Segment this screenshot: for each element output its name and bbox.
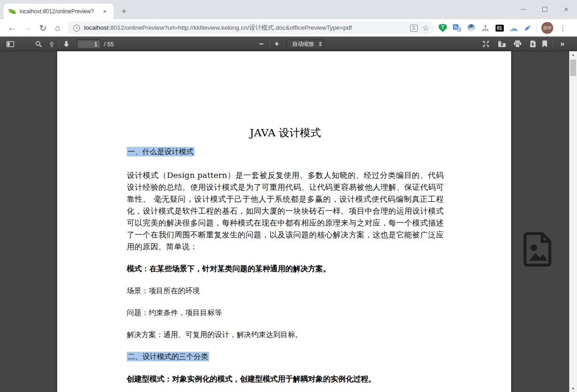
pdf-page: JAVA 设计模式 一、什么是设计模式 设计模式（Design pattern）… <box>57 51 511 392</box>
close-icon: × <box>564 5 569 13</box>
download-button[interactable] <box>526 37 539 51</box>
doc-heading-2: 二、设计模式的三个分类 <box>127 352 444 362</box>
profile-avatar[interactable]: 精华 <box>541 22 553 34</box>
doc-paragraph: 设计模式（Design pattern）是一套被反复使用、多数人知晓的、经过分类… <box>127 169 444 252</box>
new-tab-button[interactable]: + <box>118 5 130 17</box>
print-button[interactable] <box>511 37 524 51</box>
url-host: localhost <box>84 24 108 31</box>
page-number-input[interactable] <box>77 39 101 48</box>
close-button[interactable]: × <box>555 0 577 18</box>
browser-tab[interactable]: localhost:8012/onlinePreview? × <box>4 4 113 19</box>
spring-leaf-favicon <box>8 8 16 16</box>
fullscreen-icon <box>482 40 490 48</box>
extension-shield-button[interactable]: T <box>436 19 450 37</box>
translate-icon: G 文 <box>453 24 461 32</box>
arrow-up-icon <box>49 41 55 48</box>
vertical-scrollbar[interactable]: ▲ ▼ <box>569 51 577 392</box>
broken-image-icon <box>522 231 555 267</box>
doc-bold-line: 模式：在某些场景下，针对某类问题的某种通用的解决方案。 <box>127 264 444 274</box>
shield-icon: T <box>439 24 447 32</box>
scroll-down-arrow[interactable]: ▼ <box>569 385 577 392</box>
tab-title: localhost:8012/onlinePreview? <box>20 8 101 15</box>
browser-menu-button[interactable]: ⋮ <box>555 24 570 32</box>
extension-swirl-button[interactable] <box>464 19 478 37</box>
cloud-icon: ☁ <box>509 24 518 32</box>
reload-button[interactable]: ↻ <box>37 19 49 37</box>
extension-translate-button[interactable]: G 文 <box>450 19 464 37</box>
select-arrows-icon <box>317 42 322 46</box>
toolbar-divider <box>270 40 270 48</box>
search-button[interactable] <box>32 37 45 51</box>
bird-icon <box>524 24 532 32</box>
toolbar-divider <box>59 40 59 48</box>
open-folder-icon <box>498 41 506 47</box>
scrollbar-thumb[interactable] <box>570 59 576 76</box>
address-bar[interactable]: i localhost:8012/onlinePreview?url=http:… <box>68 21 434 34</box>
browser-toolbar: ← → ↻ ⌂ i localhost:8012/onlinePreview?u… <box>0 19 577 37</box>
home-button[interactable]: ⌂ <box>51 19 64 37</box>
doc-line: 问题：约束条件，项目目标等 <box>127 308 444 318</box>
zoom-in-button[interactable]: + <box>271 37 283 51</box>
printer-icon <box>513 40 522 48</box>
sitemap-icon <box>482 25 489 32</box>
page-info-icon[interactable]: i <box>73 25 80 32</box>
arrow-down-icon <box>63 41 70 48</box>
pdf-toolbar: / 55 − + 自动缩放 <box>0 37 577 51</box>
minimize-button[interactable] <box>512 0 534 18</box>
extension-sitemap-button[interactable] <box>478 19 492 37</box>
doc-line: 场景：项目所在的环境 <box>127 286 444 296</box>
open-file-button[interactable] <box>495 37 509 51</box>
extension-row: T G 文 01 ☁ <box>436 19 570 37</box>
toolbar-divider <box>552 40 553 48</box>
pdf-viewer-area: JAVA 设计模式 一、什么是设计模式 设计模式（Design pattern）… <box>0 51 577 392</box>
doc-line: 解决方案：通用、可复用的设计，解决约束达到目标。 <box>127 330 444 340</box>
more-tools-button[interactable]: » <box>555 37 569 51</box>
maximize-icon <box>542 7 547 12</box>
extension-cloud-button[interactable]: ☁ <box>507 19 521 37</box>
swirl-icon <box>468 24 475 32</box>
doc-bold-line: 创建型模式：对象实例化的模式，创建型模式用于解耦对象的实例化过程。 <box>127 374 444 384</box>
01-badge-icon: 01 <box>496 25 504 32</box>
zoom-level-select[interactable]: 自动缩放 <box>286 39 324 48</box>
maximize-button[interactable] <box>534 0 555 18</box>
translate-page-icon[interactable]: 文 <box>410 25 418 32</box>
forward-button[interactable]: → <box>21 19 34 37</box>
bookmark-view-button[interactable] <box>539 37 550 51</box>
presentation-mode-button[interactable] <box>480 37 492 51</box>
previous-page-button[interactable] <box>46 37 58 51</box>
zoom-level-value: 自动缩放 <box>291 40 315 48</box>
extension-01-button[interactable]: 01 <box>492 19 507 37</box>
url-text[interactable]: localhost:8012/onlinePreview?url=http://… <box>84 24 406 32</box>
bookmark-icon <box>542 40 547 48</box>
zoom-out-button[interactable]: − <box>255 37 267 51</box>
tab-close-icon[interactable]: × <box>103 8 107 15</box>
tab-strip: localhost:8012/onlinePreview? × + × <box>0 0 577 19</box>
download-icon <box>529 40 536 48</box>
back-button[interactable]: ← <box>5 19 18 37</box>
scroll-up-arrow[interactable]: ▲ <box>569 51 577 58</box>
window-controls: × <box>512 0 577 18</box>
toolbar-divider <box>537 23 537 32</box>
doc-heading-1: 一、什么是设计模式 <box>127 147 444 157</box>
minimize-icon <box>521 9 526 10</box>
document-title: JAVA 设计模式 <box>127 126 444 140</box>
sidebar-icon <box>6 41 14 47</box>
extension-bird-button[interactable] <box>521 19 535 37</box>
next-page-button[interactable] <box>60 37 72 51</box>
url-path: :8012/onlinePreview?url=http://kkfilevie… <box>108 24 352 31</box>
bookmark-star-icon[interactable]: ☆ <box>422 23 429 33</box>
toggle-sidebar-button[interactable] <box>4 37 16 51</box>
page-count-label: / 55 <box>104 37 114 51</box>
search-icon <box>35 41 42 48</box>
